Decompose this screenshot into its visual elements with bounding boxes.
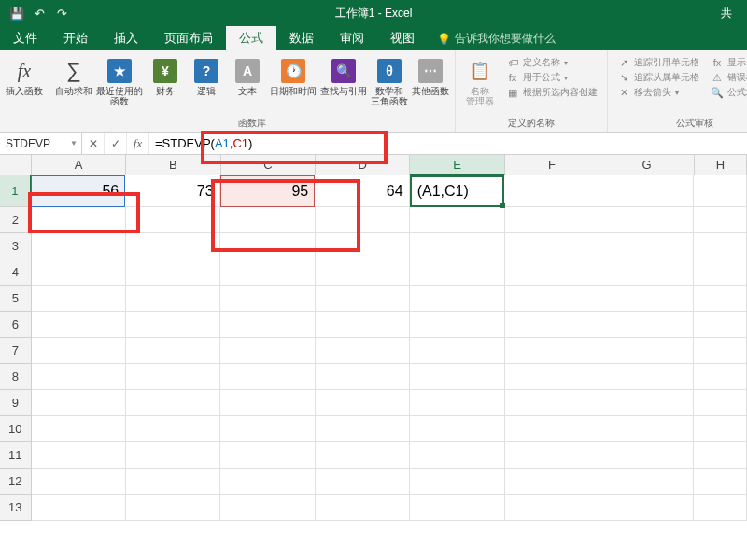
undo-icon[interactable]: ↶ bbox=[32, 6, 47, 21]
cell-G4[interactable] bbox=[599, 259, 694, 286]
cell-B9[interactable] bbox=[126, 390, 220, 416]
cell-G7[interactable] bbox=[599, 338, 694, 364]
create-from-selection-button[interactable]: ▦根据所选内容创建 bbox=[506, 86, 598, 99]
cell-G2[interactable] bbox=[599, 207, 694, 233]
cell-F11[interactable] bbox=[505, 442, 599, 469]
cell-H13[interactable] bbox=[694, 495, 747, 521]
cell-C5[interactable] bbox=[220, 286, 315, 312]
cell-A9[interactable] bbox=[32, 390, 126, 416]
col-header-A[interactable]: A bbox=[32, 155, 126, 175]
cell-A13[interactable] bbox=[32, 495, 126, 521]
cell-A6[interactable] bbox=[32, 312, 126, 338]
insert-function-small-button[interactable]: fx bbox=[127, 133, 149, 154]
row-header-7[interactable]: 7 bbox=[0, 338, 32, 364]
cell-E5[interactable] bbox=[410, 286, 504, 312]
evaluate-formula-button[interactable]: 🔍公式求值 bbox=[711, 86, 747, 99]
cell-G5[interactable] bbox=[599, 286, 694, 312]
row-header-6[interactable]: 6 bbox=[0, 312, 32, 338]
cell-E11[interactable] bbox=[410, 442, 504, 469]
more-functions-button[interactable]: ⋯ 其他函数 bbox=[412, 54, 449, 106]
cell-B8[interactable] bbox=[126, 364, 220, 390]
cell-C6[interactable] bbox=[220, 312, 315, 338]
logical-button[interactable]: ? 逻辑 bbox=[188, 54, 225, 106]
col-header-H[interactable]: H bbox=[695, 155, 747, 175]
enter-formula-button[interactable]: ✓ bbox=[105, 133, 127, 154]
insert-function-button[interactable]: fx 插入函数 bbox=[6, 54, 43, 96]
row-header-2[interactable]: 2 bbox=[0, 207, 32, 233]
cell-H11[interactable] bbox=[694, 442, 747, 469]
cell-A8[interactable] bbox=[32, 364, 126, 390]
tab-insert[interactable]: 插入 bbox=[101, 26, 151, 50]
lookup-button[interactable]: 🔍 查找与引用 bbox=[320, 54, 367, 106]
recent-functions-button[interactable]: ★ 最近使用的 函数 bbox=[96, 54, 143, 106]
math-button[interactable]: θ 数学和 三角函数 bbox=[371, 54, 408, 106]
remove-arrows-button[interactable]: ✕移去箭头▾ bbox=[617, 86, 699, 99]
cell-C3[interactable] bbox=[220, 233, 315, 259]
cell-A1[interactable]: 56 bbox=[31, 175, 126, 207]
tell-me-search[interactable]: 💡 告诉我你想要做什么 bbox=[428, 27, 565, 50]
error-check-button[interactable]: ⚠错误检查▾ bbox=[711, 71, 747, 84]
row-header-10[interactable]: 10 bbox=[0, 416, 32, 442]
cell-C2[interactable] bbox=[220, 207, 315, 233]
cell-H9[interactable] bbox=[694, 390, 747, 416]
cell-H5[interactable] bbox=[694, 286, 747, 312]
tab-review[interactable]: 审阅 bbox=[327, 26, 377, 50]
cell-D3[interactable] bbox=[316, 233, 410, 259]
cell-D13[interactable] bbox=[316, 495, 410, 521]
row-header-12[interactable]: 12 bbox=[0, 469, 32, 495]
row-header-13[interactable]: 13 bbox=[0, 495, 32, 521]
name-manager-button[interactable]: 📋 名称 管理器 bbox=[461, 54, 499, 106]
trace-precedents-button[interactable]: ➚追踪引用单元格 bbox=[617, 56, 699, 69]
cell-A3[interactable] bbox=[32, 233, 126, 259]
cell-G13[interactable] bbox=[599, 495, 694, 521]
cell-B4[interactable] bbox=[126, 259, 220, 286]
show-formulas-button[interactable]: fx显示公式 bbox=[711, 56, 747, 69]
cell-E6[interactable] bbox=[410, 312, 504, 338]
tab-formulas[interactable]: 公式 bbox=[226, 26, 276, 50]
cell-F5[interactable] bbox=[505, 286, 599, 312]
col-header-G[interactable]: G bbox=[599, 155, 694, 175]
use-in-formula-button[interactable]: fx用于公式▾ bbox=[506, 71, 598, 84]
cancel-formula-button[interactable]: ✕ bbox=[82, 133, 105, 154]
col-header-E[interactable]: E bbox=[410, 155, 504, 175]
col-header-B[interactable]: B bbox=[126, 155, 220, 175]
cell-D7[interactable] bbox=[316, 338, 410, 364]
cell-B13[interactable] bbox=[126, 495, 220, 521]
cell-E9[interactable] bbox=[410, 390, 504, 416]
col-header-F[interactable]: F bbox=[505, 155, 599, 175]
tab-home[interactable]: 开始 bbox=[50, 26, 101, 50]
cell-B7[interactable] bbox=[126, 338, 220, 364]
cell-B12[interactable] bbox=[126, 469, 220, 495]
cell-D10[interactable] bbox=[316, 416, 410, 442]
cell-A5[interactable] bbox=[32, 286, 126, 312]
formula-input[interactable]: =STDEVP(A1,C1) bbox=[149, 133, 747, 154]
cell-F13[interactable] bbox=[505, 495, 599, 521]
cell-E7[interactable] bbox=[410, 338, 504, 364]
select-all-corner[interactable] bbox=[0, 155, 32, 175]
cell-C13[interactable] bbox=[220, 495, 315, 521]
cell-F4[interactable] bbox=[505, 259, 599, 286]
datetime-button[interactable]: 🕐 日期和时间 bbox=[270, 54, 317, 106]
chevron-down-icon[interactable]: ▼ bbox=[70, 139, 78, 147]
cell-F6[interactable] bbox=[505, 312, 599, 338]
cell-G1[interactable] bbox=[599, 175, 694, 207]
cell-D8[interactable] bbox=[316, 364, 410, 390]
define-name-button[interactable]: 🏷定义名称▾ bbox=[506, 56, 598, 69]
cell-F2[interactable] bbox=[505, 207, 599, 233]
cell-C7[interactable] bbox=[220, 338, 315, 364]
cell-H10[interactable] bbox=[694, 416, 747, 442]
cell-H7[interactable] bbox=[694, 338, 747, 364]
cell-G11[interactable] bbox=[599, 442, 694, 469]
trace-dependents-button[interactable]: ➘追踪从属单元格 bbox=[617, 71, 699, 84]
cell-G10[interactable] bbox=[599, 416, 694, 442]
row-header-9[interactable]: 9 bbox=[0, 390, 32, 416]
cell-C9[interactable] bbox=[220, 390, 315, 416]
row-header-5[interactable]: 5 bbox=[0, 286, 32, 312]
cell-B5[interactable] bbox=[126, 286, 220, 312]
col-header-C[interactable]: C bbox=[221, 155, 316, 175]
cell-D11[interactable] bbox=[316, 442, 410, 469]
cell-F3[interactable] bbox=[505, 233, 599, 259]
cell-A2[interactable] bbox=[32, 207, 126, 233]
cell-F1[interactable] bbox=[504, 175, 599, 207]
cell-E3[interactable] bbox=[410, 233, 504, 259]
